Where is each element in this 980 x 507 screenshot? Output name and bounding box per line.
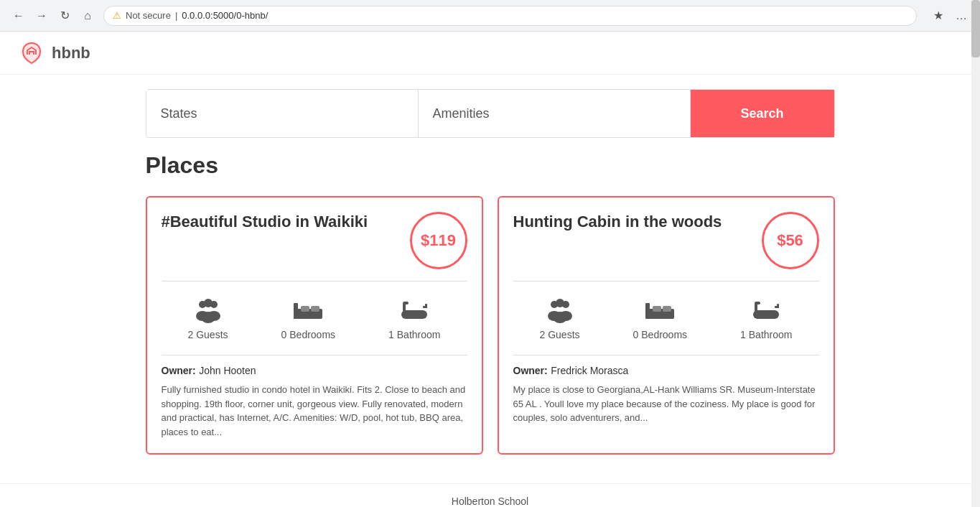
home-button[interactable]: ⌂ (78, 6, 98, 26)
place-card: Hunting Cabin in the woods $56 (498, 196, 835, 455)
browser-actions: ★ … (928, 6, 971, 26)
svg-point-20 (553, 312, 567, 323)
bathrooms-amenity: 1 Bathroom (740, 296, 792, 340)
svg-rect-8 (301, 306, 309, 312)
svg-rect-25 (753, 310, 779, 319)
bedrooms-icon (643, 296, 677, 325)
card-divider (513, 281, 819, 282)
amenities-row: 2 Guests 0 Bedrooms (513, 290, 819, 346)
guests-label: 2 Guests (540, 329, 580, 340)
main-content: Places #Beautiful Studio in Waikiki $119 (131, 152, 849, 483)
owner-section: Owner: John Hooten (162, 364, 467, 377)
scrollbar[interactable] (971, 0, 980, 507)
states-filter-button[interactable]: States (146, 90, 419, 137)
back-button[interactable]: ← (9, 6, 29, 26)
search-button[interactable]: Search (691, 90, 834, 137)
svg-rect-12 (403, 302, 409, 304)
bathrooms-label: 1 Bathroom (388, 329, 440, 340)
owner-label: Owner: (162, 365, 196, 376)
place-name: #Beautiful Studio in Waikiki (162, 212, 398, 233)
svg-rect-23 (653, 306, 661, 312)
svg-rect-29 (777, 304, 779, 308)
svg-rect-9 (311, 306, 319, 312)
search-area: States Amenities Search (131, 89, 849, 138)
bedrooms-amenity: 0 Bedrooms (281, 296, 335, 340)
scrollbar-thumb[interactable] (971, 0, 980, 57)
card-divider (162, 281, 467, 282)
place-description: My place is close to Georgiana,AL-Hank W… (513, 383, 819, 425)
svg-rect-24 (663, 306, 671, 312)
place-card: #Beautiful Studio in Waikiki $119 (146, 196, 483, 455)
security-warning-icon: ⚠ (113, 10, 121, 21)
bedrooms-label: 0 Bedrooms (633, 329, 687, 340)
refresh-button[interactable]: ↻ (55, 6, 75, 26)
logo-icon (17, 39, 46, 68)
places-grid: #Beautiful Studio in Waikiki $119 (146, 196, 835, 455)
amenities-filter-button[interactable]: Amenities (419, 90, 691, 137)
footer: Holberton School (0, 483, 980, 507)
search-bar: States Amenities Search (146, 89, 835, 138)
svg-rect-27 (755, 302, 760, 304)
logo-text: hbnb (52, 44, 90, 62)
bedrooms-amenity: 0 Bedrooms (633, 296, 687, 340)
svg-rect-10 (401, 310, 427, 319)
owner-section: Owner: Fredrick Morasca (513, 364, 819, 377)
forward-button[interactable]: → (32, 6, 52, 26)
security-warning-text: Not secure (126, 10, 171, 21)
bathrooms-label: 1 Bathroom (740, 329, 792, 340)
places-title: Places (146, 152, 835, 179)
address-bar[interactable]: ⚠ Not secure | 0.0.0.0:5000/0-hbnb/ (103, 6, 917, 26)
guests-amenity: 2 Guests (540, 296, 580, 340)
svg-point-17 (556, 299, 564, 307)
owner-label: Owner: (513, 365, 548, 376)
app-header: hbnb (0, 32, 980, 75)
owner-name: Fredrick Morasca (551, 365, 628, 376)
amenities-row: 2 Guests 0 Bedrooms (162, 290, 467, 346)
svg-point-2 (204, 299, 213, 307)
card-divider-2 (513, 355, 819, 355)
price-text: $119 (421, 231, 456, 250)
card-header: #Beautiful Studio in Waikiki $119 (162, 212, 467, 269)
owner-name: John Hooten (199, 365, 256, 376)
card-divider-2 (162, 355, 467, 355)
bathrooms-icon (397, 296, 431, 325)
guests-icon (543, 296, 577, 325)
bedrooms-icon (291, 296, 325, 325)
browser-nav-buttons: ← → ↻ ⌂ (9, 6, 98, 26)
card-header: Hunting Cabin in the woods $56 (513, 212, 819, 269)
bathrooms-icon (749, 296, 783, 325)
bookmark-button[interactable]: ★ (928, 6, 948, 26)
guests-icon (191, 296, 225, 325)
svg-point-5 (201, 312, 215, 323)
bedrooms-label: 0 Bedrooms (281, 329, 335, 340)
bathrooms-amenity: 1 Bathroom (388, 296, 440, 340)
price-circle: $119 (410, 212, 467, 269)
logo-container: hbnb (17, 39, 90, 68)
footer-text: Holberton School (452, 496, 528, 507)
place-description: Fully furnished studio in condo hotel in… (162, 383, 467, 439)
guests-amenity: 2 Guests (188, 296, 228, 340)
browser-chrome: ← → ↻ ⌂ ⚠ Not secure | 0.0.0.0:5000/0-hb… (0, 0, 980, 32)
price-text: $56 (777, 231, 803, 250)
url-separator: | (175, 10, 177, 21)
svg-rect-22 (645, 303, 650, 319)
extensions-button[interactable]: … (951, 6, 971, 26)
svg-rect-14 (425, 304, 427, 308)
price-circle: $56 (762, 212, 819, 269)
url-text: 0.0.0.0:5000/0-hbnb/ (182, 10, 268, 21)
place-name: Hunting Cabin in the woods (513, 212, 750, 233)
guests-label: 2 Guests (188, 329, 228, 340)
svg-rect-7 (294, 303, 298, 319)
